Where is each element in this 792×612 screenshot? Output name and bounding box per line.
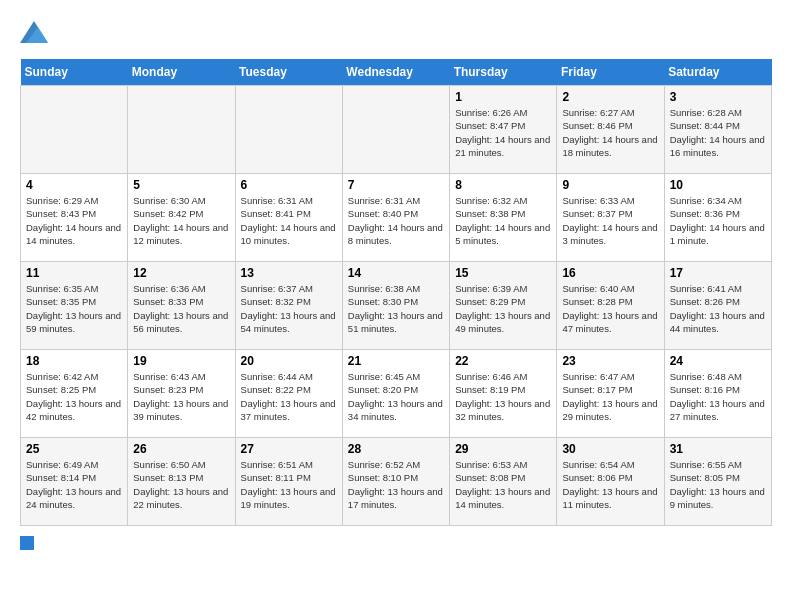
day-info: Sunrise: 6:47 AM Sunset: 8:17 PM Dayligh… bbox=[562, 370, 658, 423]
day-number: 25 bbox=[26, 442, 122, 456]
calendar-cell: 13Sunrise: 6:37 AM Sunset: 8:32 PM Dayli… bbox=[235, 262, 342, 350]
calendar-body: 1Sunrise: 6:26 AM Sunset: 8:47 PM Daylig… bbox=[21, 86, 772, 526]
calendar-cell: 1Sunrise: 6:26 AM Sunset: 8:47 PM Daylig… bbox=[450, 86, 557, 174]
calendar-cell: 30Sunrise: 6:54 AM Sunset: 8:06 PM Dayli… bbox=[557, 438, 664, 526]
calendar-cell: 28Sunrise: 6:52 AM Sunset: 8:10 PM Dayli… bbox=[342, 438, 449, 526]
day-info: Sunrise: 6:39 AM Sunset: 8:29 PM Dayligh… bbox=[455, 282, 551, 335]
header-day-friday: Friday bbox=[557, 59, 664, 86]
day-number: 10 bbox=[670, 178, 766, 192]
day-info: Sunrise: 6:50 AM Sunset: 8:13 PM Dayligh… bbox=[133, 458, 229, 511]
day-number: 11 bbox=[26, 266, 122, 280]
calendar-cell: 18Sunrise: 6:42 AM Sunset: 8:25 PM Dayli… bbox=[21, 350, 128, 438]
header-day-tuesday: Tuesday bbox=[235, 59, 342, 86]
day-info: Sunrise: 6:49 AM Sunset: 8:14 PM Dayligh… bbox=[26, 458, 122, 511]
day-info: Sunrise: 6:29 AM Sunset: 8:43 PM Dayligh… bbox=[26, 194, 122, 247]
day-info: Sunrise: 6:31 AM Sunset: 8:40 PM Dayligh… bbox=[348, 194, 444, 247]
day-number: 17 bbox=[670, 266, 766, 280]
calendar-cell: 16Sunrise: 6:40 AM Sunset: 8:28 PM Dayli… bbox=[557, 262, 664, 350]
day-info: Sunrise: 6:52 AM Sunset: 8:10 PM Dayligh… bbox=[348, 458, 444, 511]
day-number: 6 bbox=[241, 178, 337, 192]
day-number: 29 bbox=[455, 442, 551, 456]
week-row-3: 11Sunrise: 6:35 AM Sunset: 8:35 PM Dayli… bbox=[21, 262, 772, 350]
calendar-cell: 3Sunrise: 6:28 AM Sunset: 8:44 PM Daylig… bbox=[664, 86, 771, 174]
calendar-cell: 20Sunrise: 6:44 AM Sunset: 8:22 PM Dayli… bbox=[235, 350, 342, 438]
day-number: 14 bbox=[348, 266, 444, 280]
day-info: Sunrise: 6:44 AM Sunset: 8:22 PM Dayligh… bbox=[241, 370, 337, 423]
page-header bbox=[20, 20, 772, 43]
calendar-cell: 7Sunrise: 6:31 AM Sunset: 8:40 PM Daylig… bbox=[342, 174, 449, 262]
day-info: Sunrise: 6:48 AM Sunset: 8:16 PM Dayligh… bbox=[670, 370, 766, 423]
calendar-cell: 14Sunrise: 6:38 AM Sunset: 8:30 PM Dayli… bbox=[342, 262, 449, 350]
calendar-cell: 11Sunrise: 6:35 AM Sunset: 8:35 PM Dayli… bbox=[21, 262, 128, 350]
day-info: Sunrise: 6:27 AM Sunset: 8:46 PM Dayligh… bbox=[562, 106, 658, 159]
day-info: Sunrise: 6:41 AM Sunset: 8:26 PM Dayligh… bbox=[670, 282, 766, 335]
logo bbox=[20, 20, 52, 43]
calendar-cell bbox=[128, 86, 235, 174]
logo-icon bbox=[20, 21, 48, 43]
day-number: 27 bbox=[241, 442, 337, 456]
day-number: 4 bbox=[26, 178, 122, 192]
day-number: 28 bbox=[348, 442, 444, 456]
week-row-1: 1Sunrise: 6:26 AM Sunset: 8:47 PM Daylig… bbox=[21, 86, 772, 174]
day-info: Sunrise: 6:35 AM Sunset: 8:35 PM Dayligh… bbox=[26, 282, 122, 335]
calendar-cell: 8Sunrise: 6:32 AM Sunset: 8:38 PM Daylig… bbox=[450, 174, 557, 262]
day-number: 13 bbox=[241, 266, 337, 280]
calendar-cell: 26Sunrise: 6:50 AM Sunset: 8:13 PM Dayli… bbox=[128, 438, 235, 526]
calendar-table: SundayMondayTuesdayWednesdayThursdayFrid… bbox=[20, 59, 772, 526]
day-number: 2 bbox=[562, 90, 658, 104]
calendar-cell: 17Sunrise: 6:41 AM Sunset: 8:26 PM Dayli… bbox=[664, 262, 771, 350]
day-number: 20 bbox=[241, 354, 337, 368]
calendar-cell: 19Sunrise: 6:43 AM Sunset: 8:23 PM Dayli… bbox=[128, 350, 235, 438]
day-number: 22 bbox=[455, 354, 551, 368]
legend-box bbox=[20, 536, 34, 550]
day-info: Sunrise: 6:31 AM Sunset: 8:41 PM Dayligh… bbox=[241, 194, 337, 247]
day-info: Sunrise: 6:51 AM Sunset: 8:11 PM Dayligh… bbox=[241, 458, 337, 511]
day-info: Sunrise: 6:30 AM Sunset: 8:42 PM Dayligh… bbox=[133, 194, 229, 247]
day-number: 8 bbox=[455, 178, 551, 192]
day-number: 19 bbox=[133, 354, 229, 368]
calendar-cell: 22Sunrise: 6:46 AM Sunset: 8:19 PM Dayli… bbox=[450, 350, 557, 438]
calendar-cell: 10Sunrise: 6:34 AM Sunset: 8:36 PM Dayli… bbox=[664, 174, 771, 262]
week-row-5: 25Sunrise: 6:49 AM Sunset: 8:14 PM Dayli… bbox=[21, 438, 772, 526]
day-number: 23 bbox=[562, 354, 658, 368]
header-day-thursday: Thursday bbox=[450, 59, 557, 86]
day-info: Sunrise: 6:37 AM Sunset: 8:32 PM Dayligh… bbox=[241, 282, 337, 335]
calendar-cell bbox=[342, 86, 449, 174]
calendar-cell: 21Sunrise: 6:45 AM Sunset: 8:20 PM Dayli… bbox=[342, 350, 449, 438]
header-day-wednesday: Wednesday bbox=[342, 59, 449, 86]
calendar-header: SundayMondayTuesdayWednesdayThursdayFrid… bbox=[21, 59, 772, 86]
calendar-cell: 31Sunrise: 6:55 AM Sunset: 8:05 PM Dayli… bbox=[664, 438, 771, 526]
day-number: 31 bbox=[670, 442, 766, 456]
day-number: 5 bbox=[133, 178, 229, 192]
day-info: Sunrise: 6:55 AM Sunset: 8:05 PM Dayligh… bbox=[670, 458, 766, 511]
day-info: Sunrise: 6:33 AM Sunset: 8:37 PM Dayligh… bbox=[562, 194, 658, 247]
calendar-cell: 12Sunrise: 6:36 AM Sunset: 8:33 PM Dayli… bbox=[128, 262, 235, 350]
week-row-2: 4Sunrise: 6:29 AM Sunset: 8:43 PM Daylig… bbox=[21, 174, 772, 262]
header-day-sunday: Sunday bbox=[21, 59, 128, 86]
header-day-monday: Monday bbox=[128, 59, 235, 86]
day-info: Sunrise: 6:32 AM Sunset: 8:38 PM Dayligh… bbox=[455, 194, 551, 247]
day-number: 24 bbox=[670, 354, 766, 368]
day-info: Sunrise: 6:26 AM Sunset: 8:47 PM Dayligh… bbox=[455, 106, 551, 159]
calendar-cell: 5Sunrise: 6:30 AM Sunset: 8:42 PM Daylig… bbox=[128, 174, 235, 262]
calendar-cell: 23Sunrise: 6:47 AM Sunset: 8:17 PM Dayli… bbox=[557, 350, 664, 438]
day-number: 12 bbox=[133, 266, 229, 280]
day-info: Sunrise: 6:53 AM Sunset: 8:08 PM Dayligh… bbox=[455, 458, 551, 511]
calendar-cell: 29Sunrise: 6:53 AM Sunset: 8:08 PM Dayli… bbox=[450, 438, 557, 526]
day-info: Sunrise: 6:46 AM Sunset: 8:19 PM Dayligh… bbox=[455, 370, 551, 423]
day-number: 26 bbox=[133, 442, 229, 456]
day-number: 3 bbox=[670, 90, 766, 104]
day-info: Sunrise: 6:28 AM Sunset: 8:44 PM Dayligh… bbox=[670, 106, 766, 159]
day-info: Sunrise: 6:54 AM Sunset: 8:06 PM Dayligh… bbox=[562, 458, 658, 511]
day-number: 7 bbox=[348, 178, 444, 192]
calendar-cell: 4Sunrise: 6:29 AM Sunset: 8:43 PM Daylig… bbox=[21, 174, 128, 262]
legend bbox=[20, 536, 772, 550]
day-info: Sunrise: 6:34 AM Sunset: 8:36 PM Dayligh… bbox=[670, 194, 766, 247]
day-info: Sunrise: 6:38 AM Sunset: 8:30 PM Dayligh… bbox=[348, 282, 444, 335]
calendar-cell: 9Sunrise: 6:33 AM Sunset: 8:37 PM Daylig… bbox=[557, 174, 664, 262]
day-info: Sunrise: 6:40 AM Sunset: 8:28 PM Dayligh… bbox=[562, 282, 658, 335]
day-number: 18 bbox=[26, 354, 122, 368]
header-row: SundayMondayTuesdayWednesdayThursdayFrid… bbox=[21, 59, 772, 86]
calendar-cell: 27Sunrise: 6:51 AM Sunset: 8:11 PM Dayli… bbox=[235, 438, 342, 526]
calendar-cell: 6Sunrise: 6:31 AM Sunset: 8:41 PM Daylig… bbox=[235, 174, 342, 262]
